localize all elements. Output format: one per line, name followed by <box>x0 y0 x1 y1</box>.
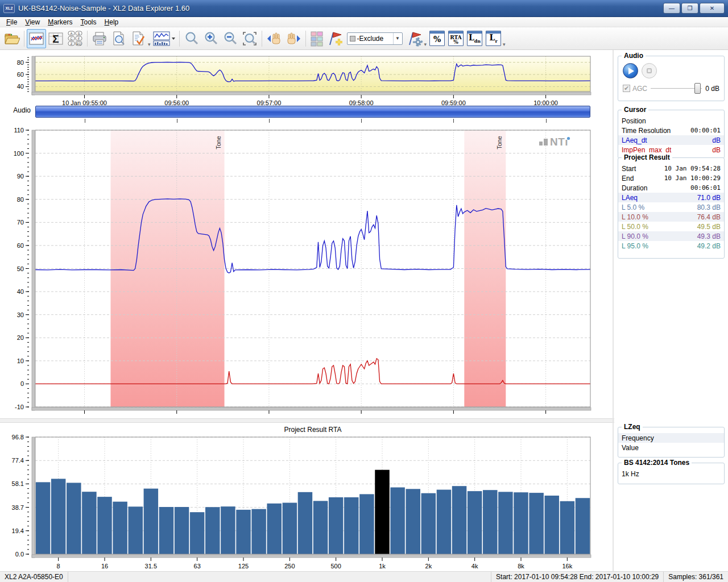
maximize-button[interactable]: ❐ <box>681 3 698 14</box>
weighting-icon: AS CF ZEQ <box>67 31 83 47</box>
svg-text:60: 60 <box>17 242 24 249</box>
svg-text:500: 500 <box>330 563 341 569</box>
lzeq-group-title: LZeq <box>622 423 643 431</box>
stop-button[interactable] <box>642 63 657 78</box>
svg-text:90: 90 <box>17 173 24 180</box>
open-folder-icon <box>4 32 20 45</box>
svg-text:58.1: 58.1 <box>12 480 24 487</box>
svg-text:Project Result RTA: Project Result RTA <box>284 426 342 434</box>
marker-colors-button[interactable] <box>308 29 325 48</box>
ldn-button[interactable]: Ldn <box>467 31 482 46</box>
overview-level-chart[interactable]: 40608010 Jan 09:55:0009:56:0009:57:0009:… <box>0 54 613 105</box>
result-row: LAeq71.0 dB <box>618 193 724 202</box>
print-preview-button[interactable] <box>109 29 129 48</box>
minimize-button[interactable]: — <box>663 3 680 14</box>
chart-type-button[interactable] <box>152 29 177 48</box>
svg-text:09:58:00: 09:58:00 <box>349 415 374 417</box>
status-bar: XL2 A2A-05850-E0 Start: 2017-01-10 09:54… <box>0 571 728 582</box>
zoom-cursor-button[interactable] <box>182 29 201 48</box>
marker-add-icon <box>326 30 344 47</box>
play-button[interactable] <box>623 63 638 78</box>
cursor-group: Cursor Position Time Resolution00:00:01 … <box>618 110 725 159</box>
svg-text:NTı: NTı <box>550 136 568 148</box>
svg-text:C: C <box>70 36 73 40</box>
svg-text:0.0: 0.0 <box>15 551 24 558</box>
svg-text:8k: 8k <box>518 563 524 569</box>
marker-type-value: -Exclude <box>357 35 384 43</box>
svg-text:80: 80 <box>17 196 24 203</box>
marker-settings-icon <box>406 30 423 47</box>
pan-right-icon <box>286 32 301 45</box>
pan-right-button[interactable] <box>284 29 303 48</box>
audio-waveform-bar[interactable] <box>35 106 590 118</box>
svg-text:F: F <box>78 36 80 40</box>
play-icon <box>628 68 634 74</box>
svg-text:250: 250 <box>284 563 295 569</box>
lr-button[interactable]: Lr <box>486 31 501 46</box>
side-panel: Audio ✔ AGC 0 dB Cursor Position Tim <box>614 50 728 571</box>
svg-text:96.8: 96.8 <box>12 434 24 440</box>
menu-markers[interactable]: Markers <box>44 18 76 27</box>
svg-text:09:58:00: 09:58:00 <box>349 99 374 105</box>
chart-type-icon <box>153 31 176 46</box>
svg-text:50: 50 <box>17 265 24 272</box>
svg-text:16k: 16k <box>562 563 572 569</box>
chart-view-button[interactable] <box>27 29 46 48</box>
svg-text:10 Jan 09:55:00: 10 Jan 09:55:00 <box>62 99 107 105</box>
cursor-row: Position <box>618 116 724 126</box>
svg-text:70: 70 <box>17 219 24 226</box>
result-row: L 95.0 %49.2 dB <box>618 241 724 251</box>
result-row: L 10.0 %76.4 dB <box>618 212 724 222</box>
main-content: 40608010 Jan 09:55:0009:56:0009:57:0009:… <box>0 50 728 571</box>
pan-left-button[interactable] <box>264 29 284 48</box>
toolbar-overflow-icon[interactable]: ▾ <box>503 41 506 47</box>
print-button[interactable] <box>90 29 109 48</box>
tones-group-title: BS 4142:2014 Tones <box>622 459 692 467</box>
rta-percent-button[interactable]: RTA % <box>448 31 464 46</box>
weighting-button[interactable]: AS CF ZEQ <box>65 29 85 48</box>
status-device: XL2 A2A-05850-E0 <box>0 572 68 582</box>
svg-text:Σ: Σ <box>52 33 59 45</box>
menu-help[interactable]: Help <box>101 18 123 27</box>
lzeq-row: Frequency <box>618 433 724 443</box>
magnifier-icon <box>184 31 199 46</box>
result-row: L 50.0 %49.5 dB <box>618 222 724 231</box>
marker-settings-button[interactable] <box>405 29 424 48</box>
open-project-button[interactable] <box>2 29 22 48</box>
table-view-button[interactable]: Σ <box>46 29 65 48</box>
chart-view-icon <box>29 32 44 45</box>
toolbar-overflow-icon[interactable]: ▾ <box>424 41 427 47</box>
svg-text:10:00:00: 10:00:00 <box>533 99 558 105</box>
menu-view[interactable]: View <box>21 18 44 27</box>
slider-thumb[interactable] <box>694 83 701 94</box>
svg-text:09:57:00: 09:57:00 <box>257 99 282 105</box>
marker-add-button[interactable] <box>325 29 345 48</box>
zoom-in-button[interactable] <box>201 29 221 48</box>
pan-left-icon <box>266 32 282 45</box>
level-time-chart[interactable]: -10010203040506070809010011010 Jan 09:55… <box>0 126 613 417</box>
report-button[interactable] <box>129 29 148 48</box>
percent-button[interactable]: % <box>429 31 445 46</box>
marker-type-dropdown[interactable]: -Exclude ▼ <box>347 32 403 45</box>
svg-text:60: 60 <box>17 71 24 78</box>
menu-tools[interactable]: Tools <box>77 18 101 27</box>
window-title: UK-BS4142-Noise-Sample - XL2 Data Explor… <box>18 4 663 13</box>
menu-file[interactable]: File <box>2 18 21 27</box>
vertical-splitter[interactable] <box>613 50 614 571</box>
zoom-fit-button[interactable] <box>240 29 259 48</box>
ldn-label: Ldn <box>469 34 481 45</box>
result-row: End10 Jan 10:00:29 <box>618 173 724 183</box>
svg-text:A: A <box>70 31 72 35</box>
gain-slider[interactable] <box>651 83 702 94</box>
rta-spectrum-chart[interactable]: Project Result RTA0.019.438.758.177.496.… <box>0 425 613 571</box>
dropdown-caret-icon[interactable]: ▼ <box>393 33 402 44</box>
lzeq-group: LZeq Frequency Value <box>618 427 725 458</box>
svg-text:0: 0 <box>20 380 24 387</box>
svg-text:4k: 4k <box>471 563 478 569</box>
close-button[interactable]: ✕ <box>700 3 725 14</box>
tones-group: BS 4142:2014 Tones 1k Hz <box>618 463 725 484</box>
toolbar-overflow-icon[interactable]: ▾ <box>148 41 151 47</box>
agc-checkbox[interactable]: ✔ <box>623 85 630 92</box>
result-row: L 90.0 %49.3 dB <box>618 231 724 241</box>
zoom-out-button[interactable] <box>221 29 240 48</box>
